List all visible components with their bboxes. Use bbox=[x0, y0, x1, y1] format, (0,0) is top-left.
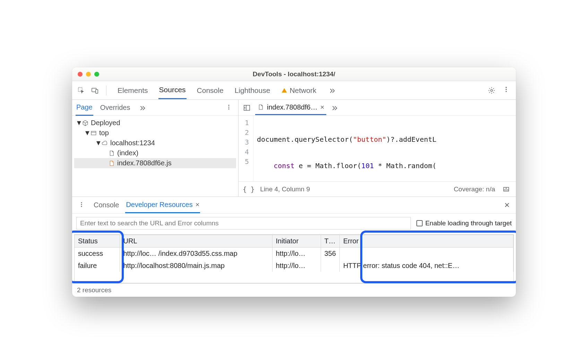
svg-point-17 bbox=[81, 204, 82, 205]
svg-point-9 bbox=[228, 108, 230, 109]
svg-point-6 bbox=[505, 91, 507, 92]
file-tree: ▼ Deployed ▼ top ▼ localhost:1234 (index… bbox=[72, 116, 238, 170]
tree-top[interactable]: ▼ top bbox=[74, 128, 236, 138]
svg-point-4 bbox=[505, 87, 507, 88]
svg-point-18 bbox=[81, 206, 82, 207]
pretty-print-icon[interactable]: { } bbox=[243, 185, 254, 193]
more-tabs-icon[interactable] bbox=[329, 102, 340, 113]
table-row[interactable]: success http://loc… /index.d9703d55.css.… bbox=[75, 248, 513, 260]
table-row-empty bbox=[75, 272, 513, 283]
svg-point-8 bbox=[228, 106, 230, 107]
tree-deployed[interactable]: ▼ Deployed bbox=[74, 118, 236, 128]
drawer-tab-devres[interactable]: Developer Resources × bbox=[125, 197, 200, 213]
enable-target-checkbox[interactable]: Enable loading through target bbox=[416, 219, 512, 227]
col-time[interactable]: T… bbox=[321, 235, 339, 248]
maximize-window-button[interactable] bbox=[94, 72, 99, 77]
navigator-pane: Page Overrides ▼ Deployed ▼ top ▼ bbox=[72, 100, 239, 197]
file-tab[interactable]: index.7808df6… × bbox=[255, 101, 326, 115]
divider bbox=[106, 86, 106, 95]
file-icon bbox=[108, 150, 115, 157]
svg-point-3 bbox=[491, 89, 493, 92]
editor-pane: index.7808df6… × 1 2 3 4 5 document.quer… bbox=[239, 100, 516, 197]
drawer-tab-console[interactable]: Console bbox=[93, 198, 120, 213]
tab-lighthouse[interactable]: Lighthouse bbox=[234, 82, 271, 99]
col-url[interactable]: URL bbox=[120, 235, 272, 248]
subtab-page[interactable]: Page bbox=[76, 100, 93, 116]
cloud-icon bbox=[101, 140, 108, 147]
settings-icon[interactable] bbox=[486, 85, 497, 96]
titlebar: DevTools - localhost:1234/ bbox=[72, 67, 516, 81]
code-content[interactable]: document.querySelector("button")?.addEve… bbox=[253, 116, 440, 181]
window-title: DevTools - localhost:1234/ bbox=[72, 70, 516, 78]
navigator-menu-icon[interactable] bbox=[223, 103, 235, 112]
editor-tabs: index.7808df6… × bbox=[239, 100, 516, 116]
drawer-footer: 2 resources bbox=[72, 283, 516, 297]
sources-split: Page Overrides ▼ Deployed ▼ top ▼ bbox=[72, 100, 516, 197]
line-gutter: 1 2 3 4 5 bbox=[239, 116, 253, 181]
more-tabs-icon[interactable] bbox=[327, 85, 338, 96]
navigator-tabs: Page Overrides bbox=[72, 100, 238, 116]
tree-file-js[interactable]: index.7808df6e.js bbox=[74, 158, 236, 168]
file-js-icon bbox=[108, 160, 115, 167]
toggle-navigator-icon[interactable] bbox=[241, 102, 252, 113]
editor-statusbar: { } Line 4, Column 9 Coverage: n/a bbox=[239, 181, 516, 197]
device-toolbar-icon[interactable] bbox=[89, 85, 101, 96]
svg-point-7 bbox=[228, 105, 230, 106]
more-tabs-icon[interactable] bbox=[137, 102, 148, 113]
col-initiator[interactable]: Initiator bbox=[272, 235, 321, 248]
drawer-menu-icon[interactable] bbox=[76, 201, 87, 210]
svg-point-5 bbox=[505, 89, 507, 90]
tab-network[interactable]: Network bbox=[280, 82, 317, 99]
show-drawer-icon[interactable] bbox=[501, 184, 512, 195]
tree-host[interactable]: ▼ localhost:1234 bbox=[74, 138, 236, 148]
warning-icon bbox=[281, 87, 287, 94]
checkbox-icon bbox=[416, 220, 423, 226]
main-tabs: Elements Sources Console Lighthouse Netw… bbox=[117, 81, 338, 99]
search-row: Enable loading through target bbox=[74, 216, 514, 231]
close-window-button[interactable] bbox=[78, 72, 83, 77]
tab-console[interactable]: Console bbox=[196, 82, 224, 99]
file-icon bbox=[257, 104, 264, 111]
close-tab-icon[interactable]: × bbox=[196, 201, 200, 209]
table-header-row: Status URL Initiator T… Error bbox=[75, 235, 513, 248]
drawer-tabs: Console Developer Resources × × bbox=[72, 197, 516, 214]
tab-elements[interactable]: Elements bbox=[117, 82, 149, 99]
frame-icon bbox=[90, 130, 97, 137]
drawer-body: Enable loading through target Status URL… bbox=[72, 214, 516, 283]
svg-point-16 bbox=[81, 202, 82, 203]
cursor-position: Line 4, Column 9 bbox=[260, 185, 310, 193]
coverage-status: Coverage: n/a bbox=[454, 185, 495, 193]
kebab-menu-icon[interactable] bbox=[500, 86, 512, 95]
close-drawer-icon[interactable]: × bbox=[504, 200, 512, 210]
devtools-window: DevTools - localhost:1234/ Elements Sour… bbox=[72, 67, 516, 297]
close-tab-icon[interactable]: × bbox=[320, 103, 325, 111]
main-toolbar: Elements Sources Console Lighthouse Netw… bbox=[72, 81, 516, 100]
subtab-overrides[interactable]: Overrides bbox=[100, 100, 131, 115]
table-row[interactable]: failure http://localhost:8080/main.js.ma… bbox=[75, 260, 513, 272]
inspect-icon[interactable] bbox=[76, 85, 87, 96]
traffic-lights bbox=[72, 72, 99, 77]
col-error[interactable]: Error bbox=[339, 235, 513, 248]
col-status[interactable]: Status bbox=[75, 235, 120, 248]
resources-table: Status URL Initiator T… Error success ht… bbox=[74, 234, 514, 283]
svg-rect-2 bbox=[96, 89, 98, 93]
tab-sources[interactable]: Sources bbox=[158, 81, 187, 99]
minimize-window-button[interactable] bbox=[86, 72, 91, 77]
code-editor[interactable]: 1 2 3 4 5 document.querySelector("button… bbox=[239, 116, 516, 181]
svg-rect-10 bbox=[91, 131, 96, 135]
search-input[interactable] bbox=[76, 217, 411, 229]
tree-index[interactable]: (index) bbox=[74, 148, 236, 158]
cube-icon bbox=[82, 120, 89, 127]
